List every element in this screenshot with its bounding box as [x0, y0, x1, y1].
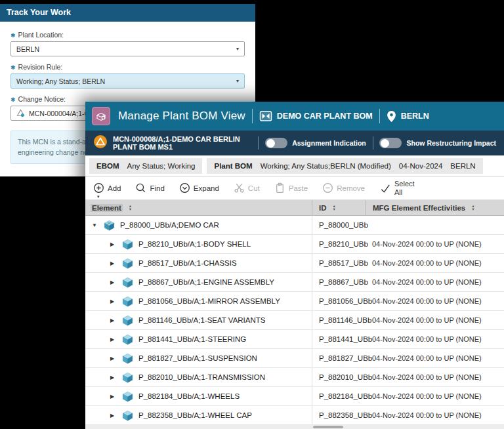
id-cell: P_88517_UBb [312, 254, 366, 272]
scissors-icon [234, 182, 245, 194]
expand-caret[interactable]: ▶ [110, 413, 117, 419]
cut-button[interactable]: Cut [234, 182, 260, 194]
effectivity-cell [366, 216, 504, 234]
manage-plant-bom-window: Manage Plant BOM View DEMO CAR PLANT BOM… [85, 102, 504, 429]
table-row[interactable]: ▶ P_88210_UBb/A;1-BODY SHELL P_88210_UBb… [85, 235, 504, 254]
effectivity-cell: 04-Nov-2024 00:00 to UP (NONE) [366, 330, 504, 348]
add-button[interactable]: Add ▾ [93, 182, 121, 194]
element-label: P_882184_UBb/A;1-WHEELS [138, 392, 240, 400]
mcn-context-label: MCN-000008/A;1-DEMO CAR BERLIN PLANT BOM… [113, 135, 251, 151]
cube-icon [122, 334, 133, 345]
element-cell: ▶ P_88210_UBb/A;1-BODY SHELL [85, 235, 312, 253]
cube-icon [122, 391, 133, 402]
expand-caret[interactable]: ▶ [110, 279, 117, 285]
plant-location-select[interactable]: BERLN ▾ [10, 41, 245, 56]
expand-caret[interactable]: ▶ [110, 337, 117, 342]
expand-caret[interactable]: ▶ [110, 394, 117, 399]
toggle-knob [381, 139, 389, 148]
element-cell: ▶ P_882358_UBb/A;1-WHEEL CAP [85, 406, 312, 424]
chevron-down-icon: ▾ [236, 78, 239, 84]
mcn-change-icon [93, 134, 108, 152]
chevron-down-icon: ▾ [97, 194, 100, 199]
effectivity-cell: 04-Nov-2024 00:00 to UP (NONE) [366, 349, 504, 367]
element-cell: ▶ P_881146_UBb/A;1-SEAT VARIANTS [85, 311, 312, 329]
cube-icon [122, 372, 133, 383]
table-row[interactable]: ▼ P_88000_UBb/A;DEMO CAR P [85, 216, 504, 235]
assignment-indication-toggle[interactable] [265, 138, 287, 148]
change-notice-icon [16, 109, 25, 117]
scrollbar-thumb[interactable] [313, 426, 343, 428]
cube-icon [122, 353, 133, 364]
cube-icon [122, 277, 133, 288]
assignment-indication-label: Assignment Indication [292, 139, 366, 147]
window-header: Manage Plant BOM View DEMO CAR PLANT BOM… [85, 102, 504, 131]
show-restructuring-impact-toggle[interactable] [379, 138, 402, 148]
element-cell: ▶ P_882184_UBb/A;1-WHEELS [85, 387, 312, 405]
show-restructuring-impact-label: Show Restructuring Impact [406, 139, 496, 147]
chevron-down-icon: ▾ [236, 46, 239, 52]
expand-caret[interactable]: ▶ [110, 260, 117, 266]
plant-location-value: BERLN [16, 45, 39, 53]
revision-rule-label: ✱Revision Rule: [10, 63, 245, 71]
sort-icon[interactable]: ▲▼ [471, 205, 474, 211]
tab-ebom[interactable]: EBOM Any Status; Working [89, 158, 202, 174]
effectivity-cell: 04-Nov-2024 00:00 to UP (NONE) [366, 273, 504, 291]
find-button[interactable]: Find [135, 182, 164, 194]
table-row[interactable]: ▶ P_882010_UBb/A;1-TRANSMISSION P_882010… [85, 368, 504, 387]
expand-caret[interactable]: ▶ [110, 241, 117, 247]
revision-rule-select[interactable]: Working; Any Status; BERLN ▾ [10, 73, 245, 89]
element-label: P_882010_UBb/A;1-TRANSMISSION [138, 373, 265, 381]
sort-icon[interactable]: ▲▼ [333, 205, 336, 211]
tab-plant-bom[interactable]: Plant BOM Working; Any Status;BERLN (Mod… [207, 158, 482, 174]
tab-plant-bom-label: Plant BOM [214, 162, 252, 170]
element-label: P_881441_UBb/A;1-STEERING [138, 335, 246, 343]
column-header-element[interactable]: Element ▲▼ [85, 200, 312, 215]
expand-button[interactable]: Expand [179, 182, 219, 194]
table-row[interactable]: ▶ P_881827_UBb/A;1-SUSPENSION P_881827_U… [85, 349, 504, 368]
cube-icon [122, 258, 133, 269]
column-header-id[interactable]: ID ▲▼ [312, 200, 366, 215]
element-cell: ▶ P_881056_UBb/A;1-MIRROR ASSEMBLY [85, 292, 312, 310]
checkmark-icon [379, 182, 391, 194]
minus-circle-icon [322, 182, 333, 194]
required-star-icon: ✱ [10, 96, 16, 103]
element-cell: ▶ P_88867_UBb/A;1-ENGINE ASSEMBLY [85, 273, 312, 291]
table-row[interactable]: ▶ P_88867_UBb/A;1-ENGINE ASSEMBLY P_8886… [85, 273, 504, 292]
expand-caret[interactable]: ▶ [110, 356, 117, 361]
effectivity-cell: 04-Nov-2024 00:00 to UP (NONE) [366, 311, 504, 329]
expand-caret[interactable]: ▶ [110, 375, 117, 380]
table-row[interactable]: ▶ P_881056_UBb/A;1-MIRROR ASSEMBLY P_881… [85, 292, 504, 311]
expand-caret[interactable]: ▶ [110, 298, 117, 304]
cube-icon [122, 410, 133, 421]
plant-bom-name: DEMO CAR PLANT BOM [277, 112, 373, 121]
id-cell: P_882010_UBb [312, 368, 366, 386]
remove-button[interactable]: Remove [322, 182, 365, 194]
effectivity-cell: 04-Nov-2024 00:00 to UP (NONE) [366, 387, 504, 405]
effectivity-cell: 04-Nov-2024 00:00 to UP (NONE) [366, 235, 504, 253]
expand-caret[interactable]: ▼ [92, 222, 98, 228]
revision-rule-value: Working; Any Status; BERLN [16, 77, 105, 85]
id-cell: P_882184_UBb [312, 387, 366, 405]
table-row[interactable]: ▶ P_88517_UBb/A;1-CHASSIS P_88517_UBb 04… [85, 254, 504, 273]
id-cell: P_881146_UBb [312, 311, 366, 329]
cube-icon [122, 315, 133, 326]
element-cell: ▶ P_882010_UBb/A;1-TRANSMISSION [85, 368, 312, 386]
column-header-effectivities[interactable]: MFG Element Effectivities ▲▼ [366, 200, 504, 215]
tab-plant-bom-date: 04-Nov-2024 [399, 162, 442, 170]
table-row[interactable]: ▶ P_881146_UBb/A;1-SEAT VARIANTS P_88114… [85, 311, 504, 330]
expand-caret[interactable]: ▶ [110, 317, 117, 323]
table-row[interactable]: ▶ P_882358_UBb/A;1-WHEEL CAP P_882358_UB… [85, 406, 504, 425]
table-row[interactable]: ▶ P_882184_UBb/A;1-WHEELS P_882184_UBb 0… [85, 387, 504, 406]
paste-button[interactable]: Paste [274, 182, 308, 194]
element-cell: ▶ P_88517_UBb/A;1-CHASSIS [85, 254, 312, 272]
cube-icon [122, 296, 133, 307]
table-row[interactable]: ▶ P_881441_UBb/A;1-STEERING P_881441_UBb… [85, 330, 504, 349]
bom-view-icon [259, 110, 272, 123]
id-cell: P_882358_UBb [312, 406, 366, 424]
sort-icon[interactable]: ▲▼ [129, 205, 132, 211]
horizontal-scrollbar[interactable] [85, 425, 504, 429]
id-cell: P_881827_UBb [312, 349, 366, 367]
plant-location-label: ✱Plant Location: [10, 31, 245, 39]
tab-ebom-label: EBOM [96, 162, 119, 170]
select-all-button[interactable]: Select All [379, 180, 418, 196]
